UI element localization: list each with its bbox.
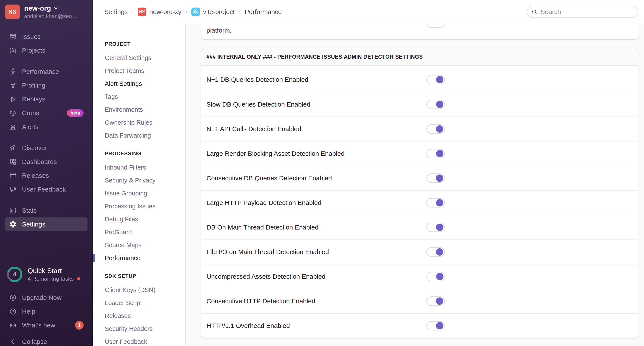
settings-nav-label: Environments: [105, 106, 143, 113]
issues-icon: [9, 33, 17, 41]
settings-nav-user-feedback[interactable]: User Feedback: [105, 335, 180, 346]
profiling-icon: [9, 82, 17, 89]
settings-nav-releases[interactable]: Releases: [105, 309, 180, 322]
crons-icon: [9, 109, 17, 117]
toggle-db-on-main-thread-detection-enabled[interactable]: [426, 223, 445, 232]
dashboards-icon: [9, 158, 17, 166]
sidebar-item-crons[interactable]: Cronsbeta: [5, 106, 88, 120]
breadcrumb-separator: ›: [238, 8, 241, 16]
whats-new-icon: [9, 321, 17, 329]
sidebar-item-profiling[interactable]: Profiling: [5, 79, 88, 92]
notification-badge: 1: [75, 321, 84, 329]
settings-nav-ownership-rules[interactable]: Ownership Rules: [105, 116, 180, 129]
sidebar-item-label: Help: [22, 308, 35, 315]
org-chip-icon: NX: [138, 8, 146, 16]
settings-nav-project-teams[interactable]: Project Teams: [105, 64, 180, 77]
sidebar-item-label: Settings: [22, 221, 45, 228]
quick-start[interactable]: 4 Quick Start 4 Remaining tasks: [5, 265, 88, 284]
breadcrumb-project[interactable]: vite-project: [203, 8, 235, 16]
detector-row: Slow DB Queries Detection Enabled: [201, 92, 638, 117]
detector-row: HTTP/1.1 Overhead Enabled: [201, 313, 638, 338]
toggle-large-http-payload-detection-enabled[interactable]: [426, 198, 445, 207]
settings-content: platform. ### INTERNAL ONLY ### - PERFOR…: [186, 24, 644, 346]
org-email: abdullah.khan@sen…: [24, 13, 77, 20]
toggle-n-1-api-calls-detection-enabled[interactable]: [426, 124, 445, 134]
breadcrumb-org[interactable]: new-org-xy: [149, 8, 181, 16]
discover-icon: [9, 144, 17, 152]
toggle-consecutive-http-detection-enabled[interactable]: [426, 296, 445, 306]
settings-nav-label: Issue Grouping: [105, 190, 147, 197]
sidebar-item-what-s-new[interactable]: What's new1: [5, 318, 88, 332]
detector-row: N+1 API Calls Detection Enabled: [201, 117, 638, 141]
settings-nav-processing-issues[interactable]: Processing Issues: [105, 200, 180, 213]
settings-nav-debug-files[interactable]: Debug Files: [105, 213, 180, 226]
detector-row-label: Uncompressed Assets Detection Enabled: [206, 273, 326, 280]
settings-nav-section: PROJECTGeneral SettingsProject TeamsAler…: [105, 41, 180, 142]
detector-row-label: N+1 API Calls Detection Enabled: [206, 125, 301, 133]
help-icon: [9, 308, 17, 315]
settings-nav-label: Ownership Rules: [105, 119, 152, 126]
sidebar-group: IssuesProjects: [5, 30, 88, 57]
toggle-file-i-o-on-main-thread-detection-enabled[interactable]: [426, 247, 445, 257]
sidebar-item-label: Issues: [22, 33, 41, 40]
breadcrumb-settings[interactable]: Settings: [104, 8, 128, 16]
settings-nav-issue-grouping[interactable]: Issue Grouping: [105, 187, 180, 200]
toggle-uncompressed-assets-detection-enabled[interactable]: [426, 272, 445, 281]
sidebar-item-label: Projects: [22, 47, 45, 54]
settings-nav-label: Alert Settings: [105, 80, 142, 87]
sidebar-item-label: Upgrade Now: [22, 294, 62, 301]
settings-nav-inbound-filters[interactable]: Inbound Filters: [105, 161, 180, 174]
partial-panel-text: platform.: [201, 24, 638, 34]
org-switcher[interactable]: NX new-org abdullah.khan@sen…: [5, 4, 88, 20]
sidebar-item-performance[interactable]: Performance: [5, 65, 88, 79]
toggle-large-render-blocking-asset-detection-enabled[interactable]: [426, 149, 445, 158]
sidebar-item-label: What's new: [22, 322, 55, 329]
sidebar-item-alerts[interactable]: Alerts: [5, 120, 88, 134]
sidebar-item-stats[interactable]: Stats: [5, 204, 88, 217]
sidebar-item-help[interactable]: Help: [5, 304, 88, 318]
search-icon: [532, 9, 538, 15]
settings-nav-proguard[interactable]: ProGuard: [105, 226, 180, 239]
settings-nav-label: Client Keys (DSN): [105, 286, 156, 293]
settings-nav-performance[interactable]: Performance: [105, 251, 180, 264]
sidebar-item-user-feedback[interactable]: User Feedback: [5, 182, 88, 196]
settings-nav-security-privacy[interactable]: Security & Privacy: [105, 174, 180, 187]
settings-nav-client-keys-dsn[interactable]: Client Keys (DSN): [105, 283, 180, 296]
settings-nav-label: Tags: [105, 93, 118, 100]
sidebar-item-discover[interactable]: Discover: [5, 141, 88, 155]
sidebar-item-dashboards[interactable]: Dashboards: [5, 155, 88, 169]
sidebar-item-releases[interactable]: Releases: [5, 169, 88, 182]
sidebar-item-projects[interactable]: Projects: [5, 44, 88, 57]
toggle-slow-db-queries-detection-enabled[interactable]: [426, 100, 445, 109]
search-box[interactable]: [527, 6, 638, 18]
settings-nav-alert-settings[interactable]: Alert Settings: [105, 77, 180, 90]
settings-nav-data-forwarding[interactable]: Data Forwarding: [105, 129, 180, 142]
settings-nav-security-headers[interactable]: Security Headers: [105, 322, 180, 335]
settings-nav-label: Processing Issues: [105, 203, 156, 210]
breadcrumb: Settings › NX new-org-xy › vite-project …: [104, 8, 282, 16]
releases-icon: [9, 172, 17, 179]
sidebar-item-replays[interactable]: Replays: [5, 92, 88, 106]
settings-nav-label: Debug Files: [105, 216, 138, 223]
sidebar-item-label: User Feedback: [22, 186, 66, 193]
quick-start-subtitle: 4 Remaining tasks: [28, 275, 74, 282]
quick-start-count: 4: [9, 268, 20, 280]
pending-dot: [77, 277, 80, 280]
detector-row-label: Large Render Blocking Asset Detection En…: [206, 150, 344, 157]
toggle-consecutive-db-queries-detection-enabled[interactable]: [426, 173, 445, 183]
settings-nav-loader-script[interactable]: Loader Script: [105, 296, 180, 309]
quick-start-progress-ring: 4: [7, 267, 22, 282]
sidebar-collapse-button[interactable]: Collapse: [5, 335, 88, 346]
settings-nav-general-settings[interactable]: General Settings: [105, 51, 180, 64]
sidebar-item-upgrade-now[interactable]: Upgrade Now: [5, 291, 88, 304]
cutoff-toggle[interactable]: [426, 24, 445, 28]
settings-nav-tags[interactable]: Tags: [105, 90, 180, 103]
settings-nav-environments[interactable]: Environments: [105, 103, 180, 116]
sidebar-item-settings[interactable]: Settings: [5, 217, 88, 231]
sidebar-item-issues[interactable]: Issues: [5, 30, 88, 44]
search-input[interactable]: [540, 8, 634, 16]
settings-nav-source-maps[interactable]: Source Maps: [105, 239, 180, 251]
toggle-n-1-db-queries-detection-enabled[interactable]: [426, 75, 445, 84]
sidebar-item-label: Stats: [22, 207, 37, 214]
toggle-http-1-1-overhead-enabled[interactable]: [426, 321, 445, 330]
